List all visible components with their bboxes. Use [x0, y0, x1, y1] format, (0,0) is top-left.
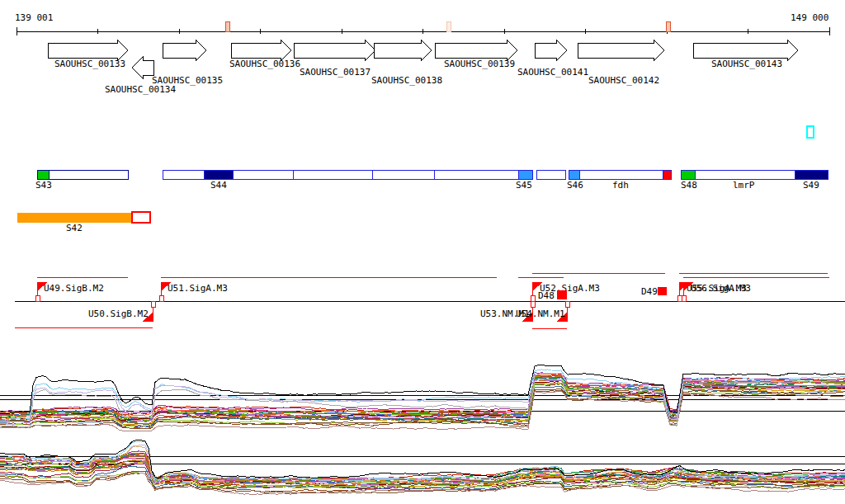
- ruler-start-label: 139 001: [15, 12, 53, 23]
- gene-label: SAOUHSC_00137: [300, 67, 371, 78]
- ruler-marker[interactable]: [225, 21, 229, 31]
- segment-label: lmrP: [733, 180, 755, 191]
- gene-label: SAOUHSC_00139: [444, 59, 515, 69]
- genome-scene: 139 001149 000SAOUHSC_00133SAOUHSC_00134…: [0, 0, 845, 504]
- expression-panel-upper: [0, 365, 845, 431]
- s42-track: S42: [17, 212, 150, 233]
- gene-arrow[interactable]: [535, 40, 567, 61]
- signal-base-box[interactable]: [151, 301, 155, 307]
- gene-track: SAOUHSC_00133SAOUHSC_00134SAOUHSC_00135S…: [48, 40, 798, 95]
- gene-label: SAOUHSC_00136: [229, 59, 300, 69]
- segment-block[interactable]: [37, 170, 49, 179]
- signal-label: U56.SigA.M3: [691, 283, 751, 294]
- s42-bar[interactable]: [17, 213, 132, 222]
- segment-block[interactable]: [663, 170, 671, 179]
- segment-block[interactable]: [518, 170, 532, 179]
- terminator-box[interactable]: [557, 290, 567, 299]
- gene-arrow[interactable]: [163, 40, 206, 61]
- signal-base-box[interactable]: [159, 295, 163, 301]
- gene-arrow[interactable]: [374, 40, 432, 61]
- segment-block[interactable]: [204, 170, 233, 179]
- segment-label: S49: [803, 180, 819, 191]
- signal-track: U49.SigB.M2U51.SigA.M3U52.SigA.M3U55.Sig…: [15, 273, 845, 328]
- segment-label: S46: [567, 180, 583, 191]
- segment-label: S45: [516, 180, 532, 191]
- gene-label: SAOUHSC_00141: [517, 67, 588, 78]
- signal-base-box[interactable]: [682, 295, 686, 301]
- segment-block[interactable]: [681, 170, 695, 179]
- signal-base-box[interactable]: [565, 301, 569, 307]
- signal-label: U50.SigB.M2: [88, 309, 149, 319]
- segment-label: fdh: [612, 180, 629, 191]
- signal-base-box[interactable]: [531, 301, 535, 307]
- ruler-track: 139 001149 000: [15, 12, 829, 35]
- segment-label: S48: [681, 180, 697, 191]
- segment-label: S43: [35, 180, 52, 191]
- genome-browser-view: 139 001149 000SAOUHSC_00133SAOUHSC_00134…: [0, 0, 845, 504]
- gene-label: SAOUHSC_00135: [152, 75, 223, 86]
- gene-arrow[interactable]: [294, 40, 375, 61]
- signal-base-box[interactable]: [677, 295, 682, 301]
- gene-label: SAOUHSC_00138: [371, 75, 442, 86]
- signal-base-box[interactable]: [35, 295, 40, 301]
- terminator-label: D48: [538, 290, 555, 301]
- selection-box[interactable]: [807, 126, 814, 138]
- segment-bar[interactable]: [569, 170, 671, 179]
- gene-arrow[interactable]: [578, 40, 664, 61]
- gene-label: SAOUHSC_00143: [711, 59, 782, 69]
- ruler-marker[interactable]: [446, 21, 451, 31]
- ruler-end-label: 149 000: [791, 12, 828, 23]
- s42-label: S42: [66, 223, 83, 233]
- s42-extension[interactable]: [132, 212, 150, 223]
- terminator-label: D49: [641, 286, 658, 297]
- signal-label: U51.SigA.M3: [168, 283, 228, 294]
- expression-panel-lower: [0, 440, 845, 494]
- gene-label: SAOUHSC_00133: [54, 59, 125, 69]
- signal-label: U49.SigB.M2: [44, 283, 104, 294]
- signal-base-box[interactable]: [531, 295, 535, 301]
- signal-label: U54.NM.M1: [516, 309, 565, 319]
- segment-block[interactable]: [795, 170, 828, 179]
- segment-bar[interactable]: [536, 170, 565, 179]
- ruler-marker[interactable]: [666, 21, 670, 31]
- terminator-box[interactable]: [658, 287, 667, 295]
- segment-block[interactable]: [569, 170, 579, 179]
- gene-arrow[interactable]: [132, 57, 153, 78]
- segment-track: S43S44S45S46fdhS48lmrPS49: [35, 170, 828, 191]
- segment-bar[interactable]: [37, 170, 128, 179]
- gene-label: SAOUHSC_00142: [588, 75, 659, 86]
- segment-label: S44: [210, 180, 227, 191]
